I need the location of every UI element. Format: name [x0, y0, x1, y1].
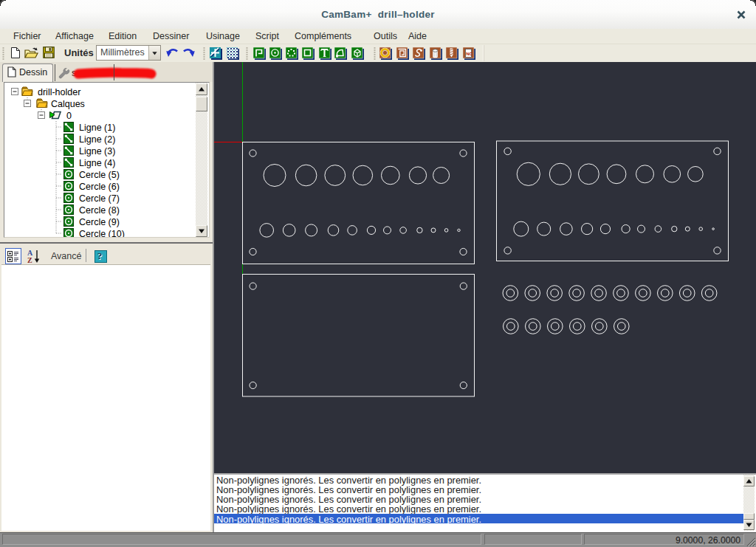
svg-text:Calques: Calques	[51, 99, 85, 109]
svg-text:Cercle (6): Cercle (6)	[79, 182, 120, 192]
svg-text:Ligne (4): Ligne (4)	[79, 158, 115, 168]
svg-text:Ligne (2): Ligne (2)	[79, 134, 115, 145]
svg-text:NC: NC	[466, 52, 472, 56]
svg-text:0: 0	[66, 111, 72, 121]
svg-text:Z: Z	[27, 256, 32, 264]
svg-text:Cercle (5): Cercle (5)	[79, 170, 120, 180]
svg-text:Cercle (7): Cercle (7)	[79, 193, 120, 204]
svg-text:Ligne (1): Ligne (1)	[79, 123, 115, 133]
svg-text:Ligne (3): Ligne (3)	[79, 146, 115, 156]
svg-text:?: ?	[97, 250, 103, 261]
svg-text:drill-holder: drill-holder	[38, 87, 80, 97]
svg-text:Cercle (9): Cercle (9)	[79, 217, 120, 227]
svg-text:Cercle (10): Cercle (10)	[79, 229, 125, 238]
svg-text:Cercle (8): Cercle (8)	[79, 205, 120, 216]
